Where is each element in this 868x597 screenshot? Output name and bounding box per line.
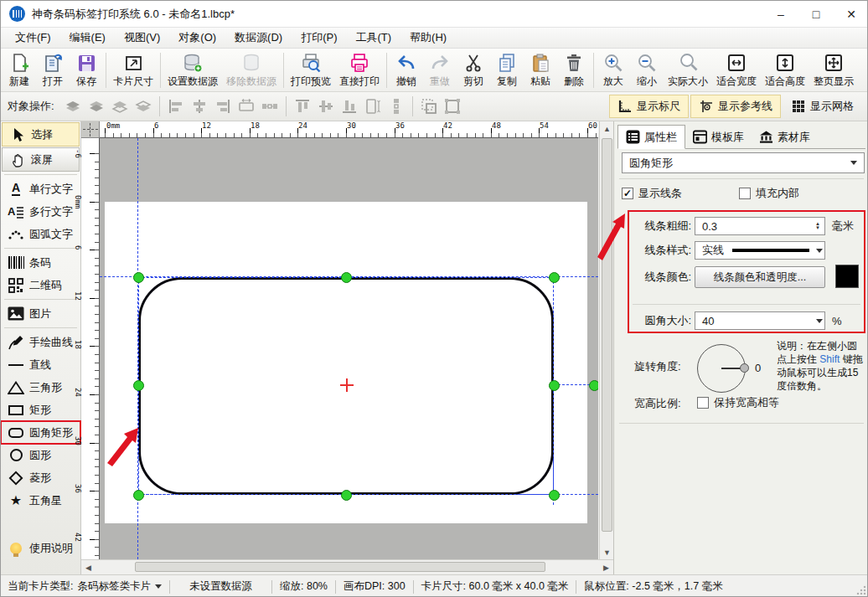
tool-star[interactable]: ★ 五角星: [1, 489, 80, 512]
tool-barcode[interactable]: 条码: [1, 251, 80, 274]
close-button[interactable]: ✕: [834, 1, 868, 27]
tab-material-library[interactable]: 素材库: [752, 125, 818, 149]
shape-type-dropdown[interactable]: 圆角矩形: [622, 152, 865, 173]
zoom-in-button[interactable]: 放大: [597, 50, 630, 90]
resize-handle-bottom-left[interactable]: [133, 490, 144, 501]
undo-button[interactable]: 撤销: [390, 50, 423, 90]
tool-circle[interactable]: 圆形: [1, 444, 80, 466]
hand-icon: [7, 152, 28, 168]
card-type-dropdown-icon[interactable]: [155, 584, 162, 589]
fit-height-button[interactable]: 适合高度: [761, 50, 809, 90]
arc-text-icon: [5, 229, 27, 240]
paste-button[interactable]: 粘贴: [524, 50, 557, 90]
vertical-scroll-thumb[interactable]: [602, 138, 612, 532]
show-line-checkbox[interactable]: ✓: [622, 188, 633, 199]
status-bar: 当前卡片类型: 条码标签类卡片 未设置数据源 缩放: 80% 画布DPI: 30…: [1, 574, 868, 597]
cut-button[interactable]: 剪切: [457, 50, 490, 90]
whole-page-button[interactable]: 整页显示: [809, 50, 858, 90]
remove-datasource-button: 移除数据源: [222, 50, 281, 90]
card-type-value[interactable]: 条码标签类卡片: [77, 579, 151, 594]
show-grid-toggle[interactable]: 显示网格: [783, 95, 862, 118]
actual-size-button[interactable]: 实际大小: [664, 50, 712, 90]
delete-button[interactable]: 删除: [557, 50, 591, 90]
tool-freehand-curve[interactable]: 手绘曲线: [1, 331, 80, 353]
ruler-corner: [81, 121, 100, 138]
resize-handle-bottom-right[interactable]: [549, 490, 560, 501]
tool-line[interactable]: 直线: [1, 353, 80, 376]
menu-datasource[interactable]: 数据源(D): [225, 28, 292, 48]
scroll-up-icon[interactable]: ▲: [600, 121, 614, 136]
menu-tools[interactable]: 工具(T): [346, 28, 400, 48]
tool-single-line-text[interactable]: A 单行文字: [1, 178, 80, 200]
show-ruler-toggle[interactable]: 显示标尺: [609, 95, 689, 118]
main-toolbar: 新建 打开 保存 卡片尺寸 设置数据源 移除数据源 打印预览: [1, 49, 868, 92]
rotate-handle[interactable]: [589, 380, 598, 391]
tool-image[interactable]: 图片: [1, 302, 80, 325]
zoom-out-button[interactable]: 缩小: [630, 50, 664, 90]
tab-template-library[interactable]: 模板库: [685, 125, 752, 149]
open-button[interactable]: 打开: [36, 50, 70, 90]
tool-rectangle[interactable]: 矩形: [1, 399, 80, 421]
tool-triangle[interactable]: 三角形: [1, 376, 80, 399]
resize-handle-middle-right[interactable]: [549, 380, 560, 391]
new-button[interactable]: 新建: [3, 50, 36, 90]
card-size-button[interactable]: 卡片尺寸: [109, 50, 158, 90]
app-window: 神奇条码标签打印系统 6.0 - 未命名1.lbcp* – □ ✕ 文件(F) …: [0, 0, 868, 597]
line-settings-group: 线条粗细: 0.3 ▲▼ 毫米 线条样式: 实线 线条颜色: 线条颜色和透明度.…: [628, 210, 865, 333]
fill-inside-checkbox[interactable]: [739, 188, 751, 199]
tool-multi-line-text[interactable]: A 多行文字: [1, 200, 80, 223]
line-width-input[interactable]: 0.3 ▲▼: [695, 217, 825, 235]
menu-print[interactable]: 打印(P): [292, 28, 346, 48]
menu-help[interactable]: 帮助(H): [400, 28, 456, 48]
annotation-arrow-checkbox: [592, 205, 635, 269]
tab-properties[interactable]: 属性栏: [617, 125, 685, 149]
tool-pan[interactable]: 滚屏: [2, 147, 80, 172]
tool-rounded-rectangle[interactable]: 圆角矩形: [1, 421, 80, 444]
trash-icon: [563, 52, 585, 74]
line-style-dropdown[interactable]: 实线: [695, 241, 825, 260]
maximize-button[interactable]: □: [798, 1, 834, 27]
resize-handle-top-left[interactable]: [133, 272, 144, 283]
spinner-up-down-icon[interactable]: ▲▼: [813, 222, 823, 230]
print-preview-button[interactable]: 打印预览: [287, 50, 335, 90]
scroll-down-icon[interactable]: ▼: [600, 545, 614, 559]
scroll-right-icon[interactable]: ▶: [599, 560, 613, 574]
same-height-icon: [363, 96, 383, 116]
tool-select[interactable]: 选择: [2, 122, 80, 147]
scroll-left-icon[interactable]: ◀: [81, 560, 96, 574]
resize-handle-top-right[interactable]: [549, 272, 560, 283]
resize-handle-top-center[interactable]: [341, 272, 352, 283]
show-guides-label: 显示参考线: [718, 99, 772, 114]
line-color-swatch[interactable]: [835, 265, 859, 288]
show-guides-toggle[interactable]: 显示参考线: [690, 95, 781, 118]
menu-bar: 文件(F) 编辑(E) 视图(V) 对象(O) 数据源(D) 打印(P) 工具(…: [1, 28, 868, 49]
rotation-dial-handle[interactable]: [740, 363, 749, 373]
menu-view[interactable]: 视图(V): [115, 28, 169, 48]
align-right-icon: [213, 96, 233, 116]
menu-object[interactable]: 对象(O): [169, 28, 225, 48]
keep-aspect-checkbox[interactable]: [697, 397, 709, 409]
minimize-button[interactable]: –: [763, 1, 798, 27]
resize-handle-middle-left[interactable]: [133, 380, 144, 391]
vertical-scrollbar[interactable]: ▲ ▼: [599, 121, 613, 559]
tool-arc-text[interactable]: 圆弧文字: [1, 223, 80, 245]
corner-size-dropdown[interactable]: 40: [695, 311, 825, 330]
fit-width-button[interactable]: 适合宽度: [712, 50, 761, 90]
canvas-viewport[interactable]: [100, 138, 598, 559]
ruler-icon: [617, 99, 633, 114]
direct-print-button[interactable]: 直接打印: [335, 50, 384, 90]
line-color-button[interactable]: 线条颜色和透明度...: [695, 266, 825, 288]
horizontal-scroll-thumb[interactable]: [135, 562, 545, 572]
menu-edit[interactable]: 编辑(E): [60, 28, 115, 48]
resize-grip[interactable]: [856, 585, 866, 595]
save-button[interactable]: 保存: [70, 50, 103, 90]
resize-handle-bottom-center[interactable]: [341, 490, 352, 501]
menu-file[interactable]: 文件(F): [6, 28, 60, 48]
horizontal-scrollbar[interactable]: ◀ ▶: [81, 559, 613, 574]
tool-diamond[interactable]: 菱形: [1, 466, 80, 489]
set-datasource-button[interactable]: 设置数据源: [163, 50, 222, 90]
copy-button[interactable]: 复制: [490, 50, 524, 90]
tool-qrcode[interactable]: 二维码: [1, 274, 80, 296]
dpi-status: 画布DPI: 300: [344, 579, 406, 594]
help-button[interactable]: 使用说明: [1, 537, 81, 559]
